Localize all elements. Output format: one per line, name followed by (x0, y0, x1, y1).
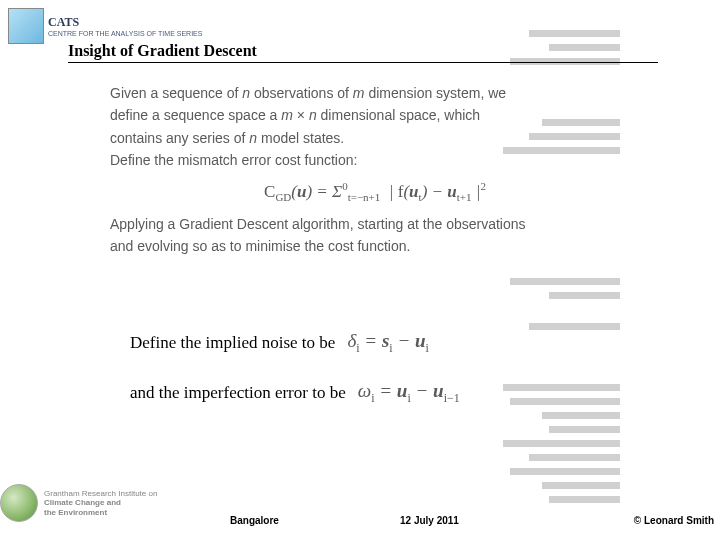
grantham-logo-text: Grantham Research Institute on Climate C… (44, 489, 157, 517)
body-line: contains any series of n model states. (110, 127, 640, 149)
body-line: define a sequence space a m × n dimensio… (110, 104, 640, 126)
body-line: and evolving so as to minimise the cost … (110, 235, 640, 257)
grantham-logo: Grantham Research Institute on Climate C… (0, 484, 157, 522)
imperfection-error-text: and the imperfection error to be (130, 383, 346, 403)
implied-noise-text: Define the implied noise to be (130, 333, 335, 353)
implied-noise-formula: δi = si − ui (347, 330, 429, 356)
body-line: Define the mismatch error cost function: (110, 149, 640, 171)
body-block: Given a sequence of n observations of m … (110, 82, 640, 257)
footer-date: 12 July 2011 (400, 515, 459, 526)
title-underline (68, 62, 658, 63)
imperfection-error-formula: ωi = ui − ui−1 (358, 380, 460, 406)
cats-logo: CATS CENTRE FOR THE ANALYSIS OF TIME SER… (8, 8, 202, 44)
globe-icon (0, 484, 38, 522)
implied-noise-definition: Define the implied noise to be δi = si −… (130, 330, 429, 356)
cats-logo-icon (8, 8, 44, 44)
imperfection-error-definition: and the imperfection error to be ωi = ui… (130, 380, 460, 406)
cats-logo-subtitle: CENTRE FOR THE ANALYSIS OF TIME SERIES (48, 30, 202, 38)
cost-function-formula: CGD(u) = Σ0t=−n+1 | f(ut) − ut+1 |2 (110, 178, 640, 207)
title-row: Insight of Gradient Descent (68, 42, 660, 63)
body-line: Given a sequence of n observations of m … (110, 82, 640, 104)
body-line: Applying a Gradient Descent algorithm, s… (110, 213, 640, 235)
footer-location: Bangalore (230, 515, 279, 526)
page-title: Insight of Gradient Descent (68, 42, 660, 62)
cats-logo-text: CATS (48, 15, 202, 30)
footer-copyright: © Leonard Smith (634, 515, 714, 526)
